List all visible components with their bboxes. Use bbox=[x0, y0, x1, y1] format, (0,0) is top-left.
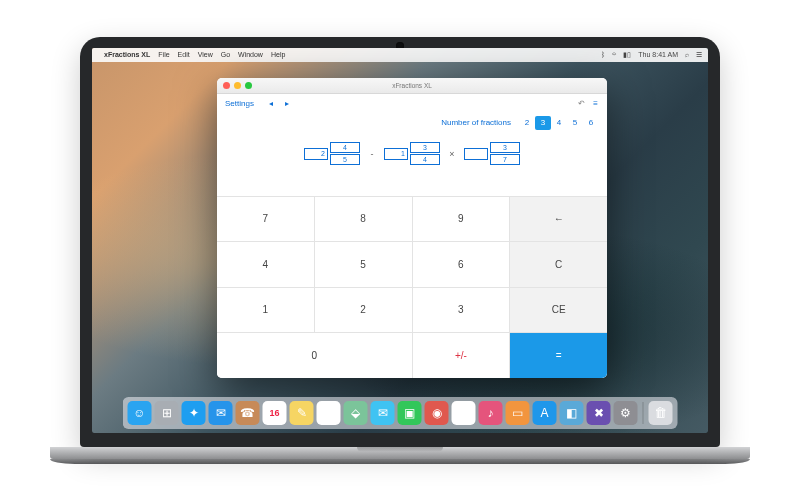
key-3[interactable]: 3 bbox=[413, 288, 510, 333]
fraction-count-selector: Number of fractions 2 3 4 5 6 bbox=[217, 114, 607, 132]
key-6[interactable]: 6 bbox=[413, 242, 510, 287]
notification-center-icon[interactable]: ☰ bbox=[696, 51, 702, 59]
menubar-file[interactable]: File bbox=[158, 51, 169, 58]
fraction-2: 1 3 4 bbox=[384, 142, 440, 165]
key-7[interactable]: 7 bbox=[217, 197, 314, 242]
dock-safari-icon[interactable]: ✦ bbox=[182, 401, 206, 425]
fraction-count-3[interactable]: 3 bbox=[535, 116, 551, 130]
dock-maps-icon[interactable]: ⬙ bbox=[344, 401, 368, 425]
fraction-count-label: Number of fractions bbox=[441, 118, 511, 127]
laptop-base bbox=[50, 447, 750, 459]
key-equals[interactable]: = bbox=[510, 333, 607, 378]
menubar-window[interactable]: Window bbox=[238, 51, 263, 58]
fraction-3-numerator[interactable]: 3 bbox=[490, 142, 520, 153]
undo-button[interactable]: ↶ bbox=[578, 99, 585, 108]
spotlight-icon[interactable]: ⌕ bbox=[685, 51, 689, 58]
fraction-1: 2 4 5 bbox=[304, 142, 360, 165]
fraction-3-whole[interactable] bbox=[464, 148, 488, 160]
dock-notes-icon[interactable]: ✎ bbox=[290, 401, 314, 425]
fraction-3: 3 7 bbox=[464, 142, 520, 165]
nav-forward-button[interactable]: ▸ bbox=[282, 99, 292, 108]
key-backspace[interactable]: ← bbox=[510, 197, 607, 242]
dock-separator bbox=[643, 402, 644, 424]
key-0[interactable]: 0 bbox=[217, 333, 412, 378]
battery-icon[interactable]: ▮▯ bbox=[623, 51, 631, 59]
spacer bbox=[217, 176, 607, 196]
dock-appstore-icon[interactable]: A bbox=[533, 401, 557, 425]
menubar-help[interactable]: Help bbox=[271, 51, 285, 58]
laptop-foot bbox=[50, 459, 750, 464]
hamburger-menu-icon[interactable]: ≡ bbox=[593, 99, 599, 108]
key-8[interactable]: 8 bbox=[315, 197, 412, 242]
dock-xfractions-icon[interactable]: ✖ bbox=[587, 401, 611, 425]
dock-prefs-icon[interactable]: ⚙ bbox=[614, 401, 638, 425]
menubar-view[interactable]: View bbox=[198, 51, 213, 58]
dock-ibooks-icon[interactable]: ▭ bbox=[506, 401, 530, 425]
nav-back-button[interactable]: ◂ bbox=[266, 99, 276, 108]
dock-calendar-icon[interactable]: 16 bbox=[263, 401, 287, 425]
key-clear[interactable]: C bbox=[510, 242, 607, 287]
keypad: 7 8 9 ← 4 5 6 C 1 2 3 CE 0 +/- = bbox=[217, 196, 607, 378]
fraction-count-2[interactable]: 2 bbox=[519, 116, 535, 130]
dock-finder-icon[interactable]: ☺ bbox=[128, 401, 152, 425]
window-title: xFractions XL bbox=[217, 82, 607, 89]
key-5[interactable]: 5 bbox=[315, 242, 412, 287]
dock-preview-icon[interactable]: ◧ bbox=[560, 401, 584, 425]
key-4[interactable]: 4 bbox=[217, 242, 314, 287]
menubar-edit[interactable]: Edit bbox=[178, 51, 190, 58]
dock-photobooth-icon[interactable]: ◉ bbox=[425, 401, 449, 425]
fraction-3-denominator[interactable]: 7 bbox=[490, 154, 520, 165]
key-9[interactable]: 9 bbox=[413, 197, 510, 242]
macos-dock: ☺⊞✦✉☎16✎☑⬙✉▣◉✿♪▭A◧✖⚙🗑 bbox=[123, 397, 678, 429]
app-toolbar: Settings ◂ ▸ ↶ ≡ bbox=[217, 94, 607, 114]
fraction-1-denominator[interactable]: 5 bbox=[330, 154, 360, 165]
menubar-clock[interactable]: Thu 8:41 AM bbox=[638, 51, 678, 58]
laptop-lid: xFractions XL File Edit View Go Window H… bbox=[80, 37, 720, 447]
dock-itunes-icon[interactable]: ♪ bbox=[479, 401, 503, 425]
dock-contacts-icon[interactable]: ☎ bbox=[236, 401, 260, 425]
fraction-2-denominator[interactable]: 4 bbox=[410, 154, 440, 165]
expression-row: 2 4 5 - 1 3 4 × 3 7 bbox=[217, 132, 607, 176]
dock-photos-icon[interactable]: ✿ bbox=[452, 401, 476, 425]
app-window: xFractions XL Settings ◂ ▸ ↶ ≡ Number of… bbox=[217, 78, 607, 378]
fraction-1-numerator[interactable]: 4 bbox=[330, 142, 360, 153]
fraction-2-whole[interactable]: 1 bbox=[384, 148, 408, 160]
window-titlebar[interactable]: xFractions XL bbox=[217, 78, 607, 94]
laptop-screen: xFractions XL File Edit View Go Window H… bbox=[92, 48, 708, 433]
key-2[interactable]: 2 bbox=[315, 288, 412, 333]
settings-button[interactable]: Settings bbox=[225, 99, 254, 108]
menubar-app-name[interactable]: xFractions XL bbox=[104, 51, 150, 58]
dock-messages-icon[interactable]: ✉ bbox=[371, 401, 395, 425]
fraction-count-4[interactable]: 4 bbox=[551, 116, 567, 130]
dock-launchpad-icon[interactable]: ⊞ bbox=[155, 401, 179, 425]
macos-menubar: xFractions XL File Edit View Go Window H… bbox=[92, 48, 708, 62]
operator-1[interactable]: - bbox=[366, 149, 378, 159]
dock-mail-icon[interactable]: ✉ bbox=[209, 401, 233, 425]
dock-trash-icon[interactable]: 🗑 bbox=[649, 401, 673, 425]
operator-2[interactable]: × bbox=[446, 149, 458, 159]
fraction-count-5[interactable]: 5 bbox=[567, 116, 583, 130]
fraction-2-numerator[interactable]: 3 bbox=[410, 142, 440, 153]
menubar-go[interactable]: Go bbox=[221, 51, 230, 58]
macbook-frame: xFractions XL File Edit View Go Window H… bbox=[80, 37, 720, 464]
dock-facetime-icon[interactable]: ▣ bbox=[398, 401, 422, 425]
key-1[interactable]: 1 bbox=[217, 288, 314, 333]
bluetooth-icon[interactable]: ᛒ bbox=[601, 51, 605, 58]
fraction-1-whole[interactable]: 2 bbox=[304, 148, 328, 160]
key-plus-minus[interactable]: +/- bbox=[413, 333, 510, 378]
fraction-count-6[interactable]: 6 bbox=[583, 116, 599, 130]
dock-reminders-icon[interactable]: ☑ bbox=[317, 401, 341, 425]
wifi-icon[interactable]: ⌔ bbox=[612, 51, 616, 58]
key-clear-entry[interactable]: CE bbox=[510, 288, 607, 333]
